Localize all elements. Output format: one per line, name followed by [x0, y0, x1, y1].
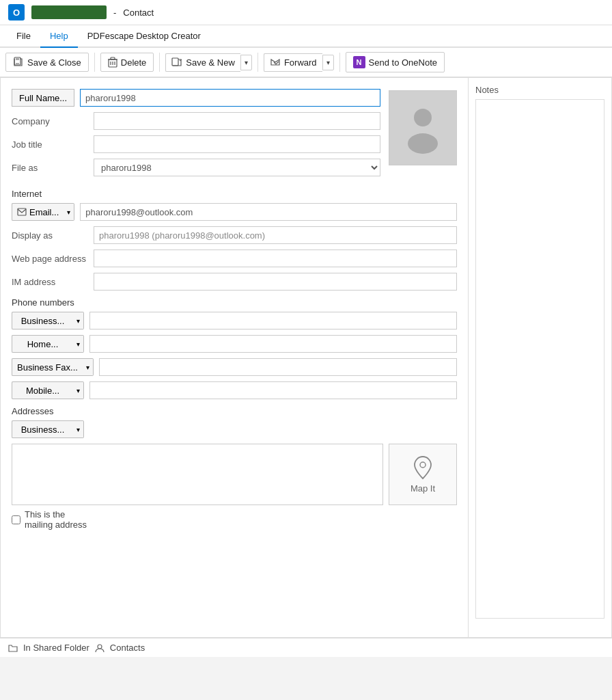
webpage-input[interactable]: [94, 250, 457, 267]
address-selector-row: Business... ▾: [12, 420, 457, 438]
save-new-button[interactable]: Save & New: [165, 53, 240, 72]
menu-file[interactable]: File: [7, 25, 40, 48]
title-name-box: [31, 5, 107, 19]
status-bar: In Shared Folder Contacts: [0, 638, 612, 657]
phone-home-dropdown[interactable]: ▾: [73, 335, 84, 353]
mailing-checkbox-label: This is themailing address: [25, 509, 87, 530]
mailing-checkbox-row: This is themailing address: [12, 509, 457, 530]
svg-point-15: [98, 645, 102, 649]
display-as-input[interactable]: [94, 226, 457, 244]
save-new-group: Save & New ▾: [165, 53, 252, 72]
phone-business-button[interactable]: Business...: [12, 312, 73, 329]
phone-business-split: Business... ▾: [12, 312, 84, 329]
avatar-icon: [402, 103, 443, 154]
fileas-row: File as pharoru1998: [12, 159, 380, 176]
svg-rect-5: [111, 57, 115, 59]
notes-input[interactable]: [475, 99, 604, 619]
map-it-label: Map It: [411, 483, 435, 494]
notes-label: Notes: [475, 85, 604, 95]
status-contacts-label: Contacts: [110, 643, 145, 653]
contacts-icon: [95, 643, 105, 653]
phone-home-input[interactable]: [89, 335, 457, 353]
email-icon: [17, 208, 27, 216]
menu-help[interactable]: Help: [40, 25, 78, 48]
svg-point-11: [414, 109, 432, 126]
forward-icon: [270, 57, 281, 67]
separator-2: [159, 53, 160, 72]
separator-4: [339, 53, 340, 72]
jobtitle-row: Job title: [12, 135, 380, 153]
phone-business-input[interactable]: [89, 312, 457, 329]
company-row: Company: [12, 112, 380, 130]
email-dropdown-button[interactable]: ▾: [64, 203, 74, 221]
display-as-label: Display as: [12, 230, 94, 241]
address-button[interactable]: Business...: [12, 420, 73, 438]
company-input[interactable]: [94, 112, 380, 130]
phone-home-split: Home... ▾: [12, 335, 84, 353]
toolbar: Save & Close Delete Save & New ▾ Forward…: [0, 48, 612, 77]
title-bar: O - Contact: [0, 0, 612, 25]
phone-fax-input[interactable]: [99, 358, 457, 376]
send-onenote-button[interactable]: N Send to OneNote: [346, 52, 445, 72]
save-close-button[interactable]: Save & Close: [5, 53, 89, 72]
im-label: IM address: [12, 277, 94, 287]
email-input[interactable]: [80, 203, 457, 221]
address-content-row: Map It: [12, 444, 457, 505]
company-label: Company: [12, 116, 94, 126]
fileas-select[interactable]: pharoru1998: [94, 159, 380, 176]
mailing-checkbox[interactable]: [12, 515, 20, 524]
phone-mobile-input[interactable]: [89, 381, 457, 399]
folder-icon: [8, 643, 18, 653]
status-folder-label: In Shared Folder: [23, 643, 89, 653]
im-row: IM address: [12, 273, 457, 291]
forward-group: Forward ▾: [264, 53, 334, 72]
phone-mobile-dropdown[interactable]: ▾: [73, 381, 84, 399]
phone-home-button[interactable]: Home...: [12, 335, 73, 353]
jobtitle-input[interactable]: [94, 135, 380, 153]
fullname-row: Full Name...: [12, 89, 380, 107]
top-section: Full Name... Company Job title File as: [12, 89, 457, 182]
title-text: Contact: [123, 8, 154, 18]
save-new-icon: [171, 57, 182, 67]
jobtitle-label: Job title: [12, 139, 94, 150]
addresses-section-heading: Addresses: [12, 406, 457, 416]
save-close-icon: [13, 57, 24, 68]
address-textarea[interactable]: [12, 444, 383, 505]
phone-fax-dropdown[interactable]: ▾: [83, 358, 94, 376]
svg-rect-2: [16, 57, 19, 60]
svg-rect-13: [18, 208, 26, 215]
delete-button[interactable]: Delete: [100, 53, 154, 72]
email-button[interactable]: Email...: [12, 203, 64, 221]
separator-3: [258, 53, 258, 72]
phone-business-dropdown[interactable]: ▾: [73, 312, 84, 329]
address-dropdown[interactable]: ▾: [73, 420, 84, 438]
map-it-button[interactable]: Map It: [389, 444, 457, 505]
menu-bar: File Help PDFescape Desktop Creator: [0, 25, 612, 48]
contact-photo: [389, 90, 457, 165]
onenote-icon: N: [353, 56, 365, 68]
phone-mobile-row: Mobile... ▾: [12, 381, 457, 399]
full-name-button[interactable]: Full Name...: [12, 89, 74, 107]
title-separator: -: [113, 8, 116, 18]
menu-pdfescape[interactable]: PDFescape Desktop Creator: [78, 25, 210, 48]
svg-point-14: [420, 462, 426, 468]
forward-button[interactable]: Forward: [264, 53, 322, 72]
outlook-logo: O: [8, 4, 25, 21]
internet-section-heading: Internet: [12, 189, 457, 199]
fileas-label: File as: [12, 163, 94, 173]
phone-fax-button[interactable]: Business Fax...: [12, 358, 83, 376]
save-new-dropdown-button[interactable]: ▾: [240, 55, 252, 70]
webpage-row: Web page address: [12, 250, 457, 267]
address-split: Business... ▾: [12, 420, 84, 438]
display-as-row: Display as: [12, 226, 457, 244]
top-fields: Full Name... Company Job title File as: [12, 89, 380, 182]
email-row: Email... ▾: [12, 203, 457, 221]
email-split-btn: Email... ▾: [12, 203, 74, 221]
map-pin-icon: [413, 455, 432, 480]
forward-dropdown-button[interactable]: ▾: [322, 55, 334, 70]
full-name-input[interactable]: [80, 89, 380, 107]
phone-mobile-button[interactable]: Mobile...: [12, 381, 73, 399]
svg-rect-9: [172, 58, 178, 66]
webpage-label: Web page address: [12, 254, 94, 264]
im-input[interactable]: [94, 273, 457, 291]
